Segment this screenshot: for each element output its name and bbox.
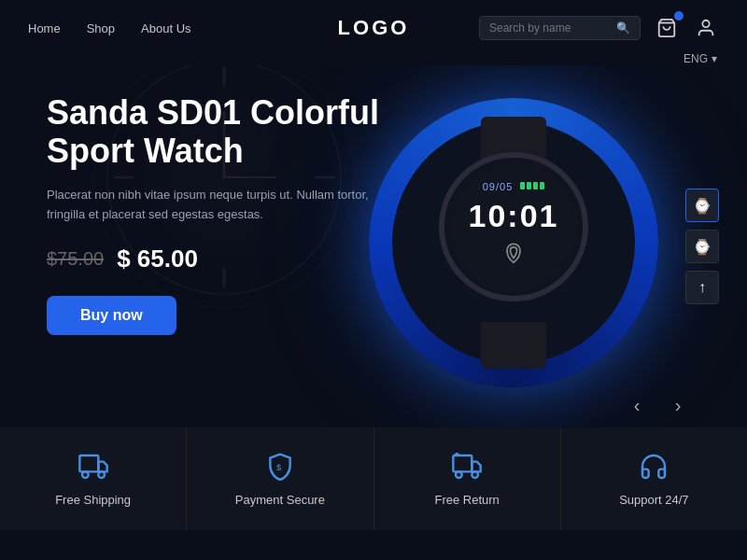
watch-body: 09/05 10:01 <box>406 117 621 369</box>
feature-free-return: Free Return <box>374 427 561 530</box>
search-box[interactable]: 🔍 <box>479 16 641 40</box>
return-truck-icon <box>452 452 482 485</box>
watch-strap-bottom <box>481 322 546 369</box>
thumb-item-2[interactable]: ⌚ <box>685 230 719 263</box>
hero-title: Sanda SD01 Colorful Sport Watch <box>47 93 383 171</box>
navbar: Home Shop About Us LOGO 🔍 <box>0 0 747 56</box>
cart-icon-button[interactable] <box>654 15 680 41</box>
hero-section: Sanda SD01 Colorful Sport Watch Placerat… <box>0 65 747 427</box>
support-label: Support 24/7 <box>619 493 688 507</box>
new-price: $ 65.00 <box>117 245 198 273</box>
payment-secure-label: Payment Secure <box>235 493 325 507</box>
chevron-down-icon: ▾ <box>712 52 717 65</box>
nav-links: Home Shop About Us <box>28 21 191 35</box>
svg-rect-9 <box>79 455 98 471</box>
free-shipping-label: Free Shipping <box>55 493 131 507</box>
watch-display: 09/05 10:01 <box>355 75 672 411</box>
svg-point-15 <box>472 471 478 478</box>
watch-battery <box>520 182 544 189</box>
nav-shop[interactable]: Shop <box>87 21 115 35</box>
svg-point-14 <box>456 471 462 478</box>
watch-date: 09/05 <box>483 181 514 192</box>
svg-point-1 <box>702 21 709 27</box>
thumb-item-1[interactable]: ⌚ <box>685 189 719 222</box>
free-return-label: Free Return <box>434 493 499 507</box>
watch-face: 09/05 10:01 <box>439 152 588 301</box>
thumbnail-sidebar: ⌚ ⌚ ↑ <box>685 189 719 304</box>
cart-badge <box>674 11 684 21</box>
feature-support: Support 24/7 <box>561 427 747 530</box>
user-icon-button[interactable] <box>693 15 719 41</box>
feature-payment-secure: $ Payment Secure <box>187 427 374 530</box>
next-arrow-button[interactable]: › <box>665 392 691 418</box>
svg-text:$: $ <box>276 463 282 472</box>
features-bar: Free Shipping $ Payment Secure Free Retu… <box>0 427 747 530</box>
hero-description: Placerat non nibh vitae ipsum neque turp… <box>47 186 383 225</box>
arrow-navigation: ‹ › <box>624 392 691 418</box>
nav-right: 🔍 <box>479 15 719 41</box>
watch-time: 10:01 <box>469 198 559 234</box>
svg-point-10 <box>82 471 89 478</box>
old-price: $75.00 <box>47 248 104 270</box>
search-icon: 🔍 <box>616 21 630 35</box>
lang-selector[interactable]: ENG ▾ <box>684 52 717 65</box>
nav-home[interactable]: Home <box>28 21 61 35</box>
svg-rect-13 <box>453 455 472 471</box>
feature-free-shipping: Free Shipping <box>0 427 187 530</box>
truck-icon <box>78 452 108 485</box>
price-row: $75.00 $ 65.00 <box>47 245 383 273</box>
fingerprint-icon <box>500 242 527 273</box>
prev-arrow-button[interactable]: ‹ <box>624 392 650 418</box>
site-logo: LOGO <box>338 16 410 40</box>
lang-row: ENG ▾ <box>0 52 747 65</box>
buy-now-button[interactable]: Buy now <box>47 296 176 335</box>
search-input[interactable] <box>489 21 611 35</box>
svg-point-11 <box>98 471 105 478</box>
hero-content: Sanda SD01 Colorful Sport Watch Placerat… <box>47 93 383 335</box>
headset-icon <box>639 452 669 485</box>
lang-label: ENG <box>684 52 708 65</box>
shield-icon: $ <box>265 452 295 485</box>
nav-about[interactable]: About Us <box>141 21 190 35</box>
thumb-item-3[interactable]: ↑ <box>685 271 719 304</box>
